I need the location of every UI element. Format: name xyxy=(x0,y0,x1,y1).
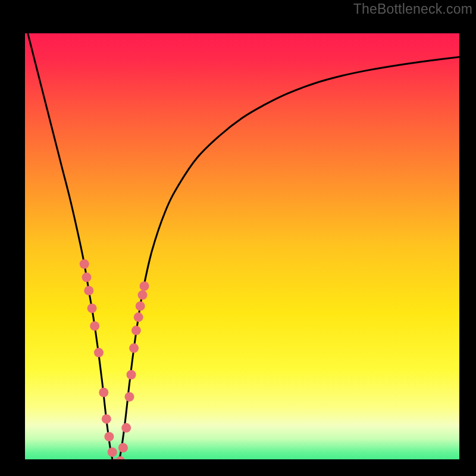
chart-frame xyxy=(8,17,476,476)
watermark-text: TheBottleneck.com xyxy=(353,1,472,17)
